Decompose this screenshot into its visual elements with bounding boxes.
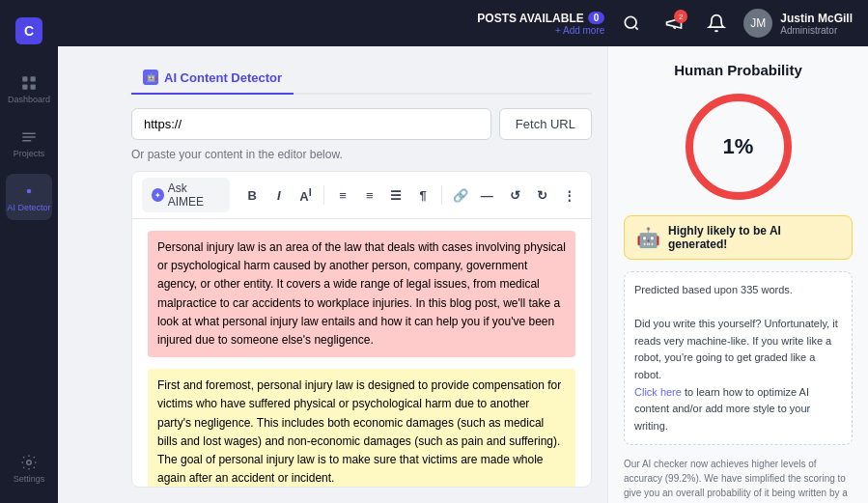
fetch-url-button[interactable]: Fetch URL	[499, 108, 592, 140]
editor-box: ✦ Ask AIMEE B I AI ≡ ≡ ☰ ¶ 🔗 — ↺ ↻ ⋮	[131, 171, 592, 488]
editor-content[interactable]: Personal injury law is an area of the la…	[132, 219, 591, 487]
tab-icon: 🤖	[143, 70, 158, 85]
megaphone-button[interactable]: 2	[658, 8, 689, 39]
tab-ai-detector[interactable]: 🤖 AI Content Detector	[131, 62, 294, 95]
editor-section: 🤖 AI Content Detector Fetch URL Or paste…	[116, 46, 607, 503]
probability-gauge: 1%	[686, 94, 792, 200]
main-content: 🤖 AI Content Detector Fetch URL Or paste…	[116, 46, 868, 503]
svg-point-5	[27, 460, 32, 464]
disclaimer-text: Our AI checker now achieves higher level…	[624, 457, 853, 503]
user-info: Justin McGill Administrator	[780, 12, 853, 36]
avatar: JM	[743, 9, 772, 38]
add-more-link[interactable]: + Add more	[555, 25, 604, 36]
tab-header: 🤖 AI Content Detector	[131, 62, 592, 95]
url-input[interactable]	[131, 108, 491, 140]
divider1	[323, 185, 324, 205]
paste-hint: Or paste your content in the editor belo…	[131, 148, 592, 161]
font-size-button[interactable]: AI	[294, 182, 319, 209]
paragraph-2: First and foremost, personal injury law …	[148, 369, 575, 487]
list-button[interactable]: ☰	[384, 182, 409, 209]
editor-toolbar: ✦ Ask AIMEE B I AI ≡ ≡ ☰ ¶ 🔗 — ↺ ↻ ⋮	[132, 172, 591, 219]
more-button[interactable]: ⋮	[556, 182, 581, 209]
posts-badge: 0	[588, 12, 605, 24]
click-here-link[interactable]: Click here	[634, 386, 682, 398]
svg-point-6	[626, 16, 637, 28]
sidebar-item-ai-detector[interactable]: AI Detector	[6, 174, 52, 220]
url-row: Fetch URL	[131, 108, 592, 140]
gauge-container: 1%	[624, 94, 853, 200]
header: POSTS AVAILABLE 0 + Add more 2 JM Justin…	[58, 0, 868, 46]
right-panel: Human Probability 1% 🤖 Highly likely to …	[607, 46, 868, 503]
svg-rect-1	[31, 76, 36, 81]
aimee-icon: ✦	[152, 188, 164, 202]
user-menu[interactable]: JM Justin McGill Administrator	[743, 9, 853, 38]
probability-title: Human Probability	[624, 62, 853, 78]
sidebar-item-projects[interactable]: Projects	[6, 120, 52, 166]
robot-icon: 🤖	[636, 226, 660, 249]
svg-rect-2	[22, 84, 27, 89]
bold-button[interactable]: B	[239, 182, 265, 209]
align-center-button[interactable]: ≡	[357, 182, 382, 209]
link-button[interactable]: 🔗	[448, 182, 473, 209]
sidebar: C Dashboard Projects AI Detector Setting…	[0, 0, 58, 503]
redo-button[interactable]: ↻	[530, 182, 555, 209]
info-box: Predicted based upon 335 words. Did you …	[624, 271, 853, 445]
posts-label: POSTS AVAILABLE	[477, 12, 583, 25]
search-button[interactable]	[616, 8, 647, 39]
svg-rect-3	[31, 84, 36, 89]
svg-rect-0	[22, 76, 27, 81]
ai-badge-text: Highly likely to be AI generated!	[668, 224, 840, 251]
minus-button[interactable]: —	[474, 182, 499, 209]
ask-aimee-button[interactable]: ✦ Ask AIMEE	[142, 178, 230, 212]
undo-button[interactable]: ↺	[503, 182, 528, 209]
ai-badge: 🤖 Highly likely to be AI generated!	[624, 215, 853, 260]
paragraph-1: Personal injury law is an area of the la…	[148, 231, 575, 357]
align-left-button[interactable]: ≡	[330, 182, 355, 209]
sidebar-item-settings[interactable]: Settings	[6, 445, 52, 491]
sidebar-item-dashboard[interactable]: Dashboard	[6, 66, 52, 112]
logo-icon: C	[15, 17, 42, 44]
paragraph-button[interactable]: ¶	[410, 182, 435, 209]
notifications-button[interactable]	[701, 8, 732, 39]
svg-point-4	[27, 188, 32, 193]
posts-info: POSTS AVAILABLE 0 + Add more	[477, 12, 604, 36]
logo: C	[8, 12, 50, 50]
megaphone-badge: 2	[674, 10, 687, 23]
italic-button[interactable]: I	[266, 182, 292, 209]
divider2	[441, 185, 442, 205]
